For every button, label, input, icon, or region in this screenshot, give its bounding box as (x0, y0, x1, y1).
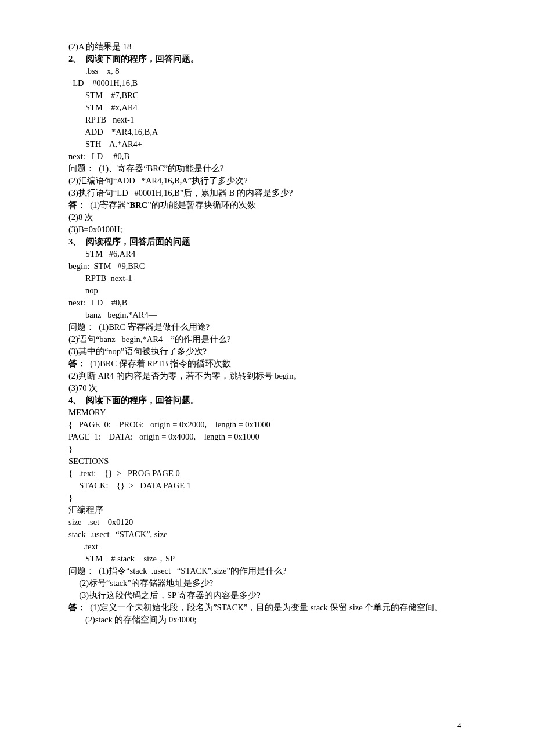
document-page: (2)A 的结果是 182、 阅读下面的程序，回答问题。 .bss x, 8 L… (0, 0, 534, 756)
text-line: (2)标号“stack”的存储器地址是多少? (68, 577, 466, 589)
text-line: { PAGE 0: PROG: origin = 0x2000, length … (68, 419, 466, 431)
text-line: } (68, 492, 466, 504)
text-line: STM #x,AR4 (68, 102, 466, 114)
text-line: banz begin,*AR4— (68, 309, 466, 321)
text-line: size .set 0x0120 (68, 516, 466, 528)
document-body: (2)A 的结果是 182、 阅读下面的程序，回答问题。 .bss x, 8 L… (68, 41, 466, 626)
text-line: next: LD #0,B (68, 297, 466, 309)
text-span: ”的功能是暂存块循环的次数 (147, 200, 255, 210)
text-line: LD #0001H,16,B (68, 77, 466, 89)
bold-mid: BRC (130, 200, 148, 210)
text-span: (1)BRC 保存着 RPTB 指令的循环次数 (86, 359, 231, 368)
text-line: (2)判断 AR4 的内容是否为零，若不为零，跳转到标号 begin。 (68, 370, 466, 382)
text-line: 答： (1)寄存器“BRC”的功能是暂存块循环的次数 (68, 199, 466, 211)
text-line: (3)执行这段代码之后，SP 寄存器的内容是多少? (68, 589, 466, 602)
page-number: - 4 - (453, 719, 466, 732)
text-line: (2)汇编语句“ADD *AR4,16,B,A”执行了多少次? (68, 175, 466, 187)
text-line: 2、 阅读下面的程序，回答问题。 (68, 53, 466, 65)
bold-prefix: 答： (68, 359, 86, 368)
text-line: (2)语句“banz begin,*AR4—”的作用是什么? (68, 333, 466, 345)
text-line: 问题： (1)BRC 寄存器是做什么用途? (68, 321, 466, 333)
text-line: RPTB next-1 (68, 114, 466, 126)
text-line: STM #6,AR4 (68, 248, 466, 260)
text-line: (2)8 次 (68, 211, 466, 224)
text-line: RPTB next-1 (68, 272, 466, 285)
text-line: 3、 阅读程序，回答后面的问题 (68, 236, 466, 248)
text-line: stack .usect “STACK”, size (68, 528, 466, 541)
text-line: STM #7,BRC (68, 89, 466, 102)
text-line: STM # stack + size，SP (68, 553, 466, 565)
text-line: 答： (1)定义一个未初始化段，段名为”STACK”，目的是为变量 stack … (68, 602, 466, 614)
bold-prefix: 答： (68, 200, 86, 210)
text-line: .text (68, 541, 466, 553)
text-line: SECTIONS (68, 455, 466, 467)
text-line: (2)A 的结果是 18 (68, 41, 466, 53)
text-line: 4、 阅读下面的程序，回答问题。 (68, 394, 466, 406)
text-line: PAGE 1: DATA: origin = 0x4000, length = … (68, 431, 466, 443)
text-line: 问题： (1)指令“stack .usect “STACK”,size”的作用是… (68, 565, 466, 577)
text-line: next: LD #0,B (68, 150, 466, 163)
text-line: 汇编程序 (68, 504, 466, 516)
bold-prefix: 答： (68, 603, 86, 612)
text-line: } (68, 443, 466, 455)
text-line: (3)B=0x0100H; (68, 224, 466, 236)
text-span: (1)寄存器“ (86, 200, 130, 210)
text-span: (1)定义一个未初始化段，段名为”STACK”，目的是为变量 stack 保留 … (86, 603, 443, 612)
text-line: (3)执行语句“LD #0001H,16,B”后，累加器 B 的内容是多少? (68, 187, 466, 199)
text-line: ADD *AR4,16,B,A (68, 126, 466, 138)
text-line: MEMORY (68, 406, 466, 419)
text-line: .bss x, 8 (68, 65, 466, 77)
text-line: 问题： (1)、寄存器“BRC”的功能是什么? (68, 163, 466, 175)
text-line: STH A,*AR4+ (68, 138, 466, 150)
text-line: { .text: {} > PROG PAGE 0 (68, 467, 466, 480)
text-line: nop (68, 285, 466, 297)
text-line: begin: STM #9,BRC (68, 260, 466, 272)
text-line: 答： (1)BRC 保存着 RPTB 指令的循环次数 (68, 358, 466, 370)
text-line: (2)stack 的存储空间为 0x4000; (68, 614, 466, 626)
text-line: STACK: {} > DATA PAGE 1 (68, 480, 466, 492)
text-line: (3)其中的“nop”语句被执行了多少次? (68, 345, 466, 358)
text-line: (3)70 次 (68, 382, 466, 394)
